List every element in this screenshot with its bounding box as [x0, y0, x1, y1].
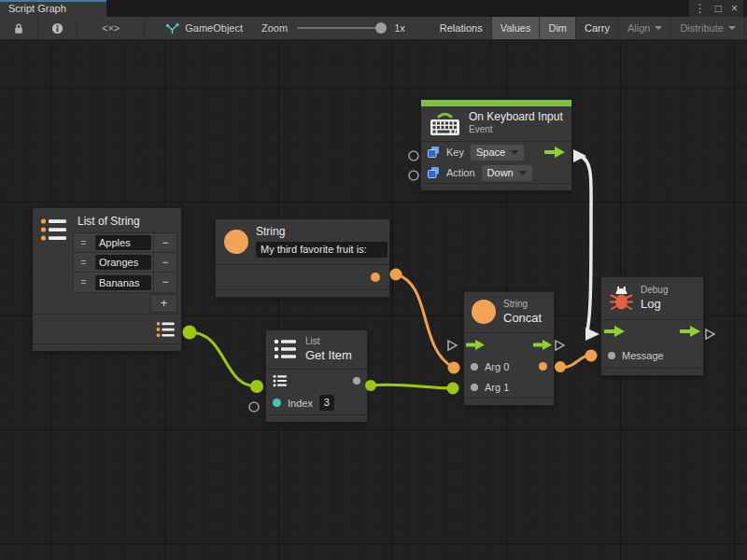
bug-icon [610, 286, 633, 311]
concat-arg0-connector[interactable] [448, 362, 460, 374]
unity-visual-scripting-window: Script Graph ⋮ □ × <×> [0, 0, 747, 560]
arg0-input-port[interactable] [471, 363, 478, 371]
carry-button[interactable]: Carry [576, 17, 619, 39]
list-output-connector[interactable] [183, 326, 197, 340]
graph-icon [165, 22, 179, 35]
gameobject-label: GameObject [185, 22, 243, 34]
log-exit-unconnected[interactable] [706, 329, 714, 339]
wire-string-to-concat [396, 274, 454, 368]
wire-concat-to-log [560, 356, 589, 367]
node-list-of-string[interactable]: List of String = Apples − = Oranges − = … [33, 208, 181, 351]
string-type-icon [224, 230, 248, 254]
node-string-literal[interactable]: String My third favorite fruit is: [216, 219, 389, 297]
node-debug-log[interactable]: Debug Log Message [601, 277, 703, 375]
concat-result-connector[interactable] [555, 361, 566, 372]
list-icon [274, 338, 298, 360]
concat-enter-unconnected[interactable] [448, 341, 457, 350]
node-string-concat[interactable]: String Concat Arg 0 [464, 292, 554, 405]
chevron-down-icon [728, 26, 736, 30]
remove-item-button[interactable]: − [153, 233, 176, 252]
tab-script-graph[interactable]: Script Graph [0, 0, 106, 17]
key-dropdown[interactable]: Space [471, 145, 524, 161]
maximize-icon[interactable]: □ [715, 2, 722, 15]
concat-exit-unconnected[interactable] [556, 341, 564, 350]
list-item-input[interactable]: Bananas [95, 275, 151, 290]
drag-handle[interactable]: = [74, 258, 93, 268]
wire-getitem-to-concat [371, 385, 453, 388]
chevron-down-icon [511, 150, 518, 155]
drag-handle[interactable]: = [74, 238, 93, 248]
node-category: Debug [641, 285, 668, 297]
node-header: String My third favorite fruit is: [216, 219, 389, 264]
index-unconnected-port[interactable] [249, 402, 259, 412]
enter-port-arrow[interactable] [604, 326, 625, 337]
list-output-icon [156, 321, 176, 338]
action-dropdown[interactable]: Down [482, 165, 532, 181]
align-button[interactable]: Align [619, 17, 671, 39]
chevron-down-icon [519, 171, 527, 175]
relations-button[interactable]: Relations [431, 17, 492, 39]
dim-button[interactable]: Dim [540, 17, 576, 39]
exit-port-arrow[interactable] [680, 326, 700, 337]
getitem-list-input-connector[interactable] [250, 380, 263, 393]
string-value-input[interactable]: My third favorite fruit is: [256, 242, 388, 258]
wire-keyboard-to-log [580, 156, 592, 334]
align-label: Align [627, 22, 650, 34]
action-unconnected-port[interactable] [409, 171, 418, 180]
values-button[interactable]: Values [492, 17, 541, 39]
arg1-input-port[interactable] [471, 384, 478, 391]
zoom-slider-track[interactable] [297, 27, 383, 29]
node-get-item[interactable]: List Get Item Index 3 [266, 330, 367, 422]
item-output-port[interactable] [353, 377, 360, 385]
add-item-button[interactable]: + [150, 294, 177, 313]
enum-icon [428, 167, 440, 178]
index-input[interactable]: 3 [319, 395, 334, 411]
remove-item-button[interactable]: − [153, 273, 176, 292]
list-item-row: = Oranges − [74, 253, 176, 273]
arg1-row: Arg 1 [464, 377, 554, 398]
drag-handle[interactable]: = [74, 277, 93, 287]
zoom-slider-handle[interactable] [375, 22, 387, 34]
code-icon: <×> [102, 22, 120, 34]
edit-code-button[interactable]: <×> [78, 17, 145, 39]
exit-port-arrow[interactable] [533, 340, 552, 350]
lock-icon [13, 22, 24, 35]
close-icon[interactable]: × [731, 2, 738, 15]
graph-canvas[interactable]: On Keyboard Input Event Key Space [0, 40, 747, 560]
enter-port-arrow[interactable] [466, 340, 485, 350]
enum-icon [428, 147, 440, 158]
string-output-connector[interactable] [390, 269, 402, 281]
key-unconnected-port[interactable] [409, 151, 418, 161]
gameobject-breadcrumb[interactable]: GameObject [145, 17, 252, 39]
log-message-connector[interactable] [585, 350, 598, 362]
concat-arg1-connector[interactable] [447, 383, 459, 395]
message-input-port[interactable] [608, 352, 615, 359]
node-category: List [305, 336, 352, 348]
enter-connector-arrowhead[interactable] [585, 328, 599, 341]
distribute-button[interactable]: Distribute [671, 17, 744, 39]
index-input-row: Index 3 [266, 392, 367, 414]
list-item-row: = Apples − [74, 233, 176, 253]
graph-toolbar: <×> GameObject Zoom 1x Relations Values … [0, 17, 747, 40]
list-item-input[interactable]: Oranges [95, 255, 151, 270]
node-footer [216, 289, 389, 297]
node-header: String Concat [464, 292, 554, 332]
info-button[interactable] [38, 17, 78, 39]
node-footer [421, 183, 571, 190]
trigger-source-connector[interactable] [573, 149, 586, 162]
string-output-port[interactable] [371, 273, 380, 282]
info-icon [51, 22, 63, 35]
node-on-keyboard-input[interactable]: On Keyboard Input Event Key Space [421, 100, 571, 190]
remove-item-button[interactable]: − [153, 253, 176, 272]
lock-button[interactable] [0, 17, 38, 39]
node-title: On Keyboard Input [469, 110, 563, 124]
window-controls: ⋮ □ × [689, 0, 743, 17]
window-menu-icon[interactable]: ⋮ [695, 2, 706, 15]
result-output-port[interactable] [539, 362, 547, 371]
toolbar-spacer [415, 17, 431, 39]
list-port-icon [273, 374, 288, 387]
list-item-input[interactable]: Apples [95, 235, 151, 250]
control-row [464, 333, 554, 357]
trigger-output-arrow[interactable] [544, 147, 565, 158]
wire-list-to-getitem [190, 332, 257, 386]
